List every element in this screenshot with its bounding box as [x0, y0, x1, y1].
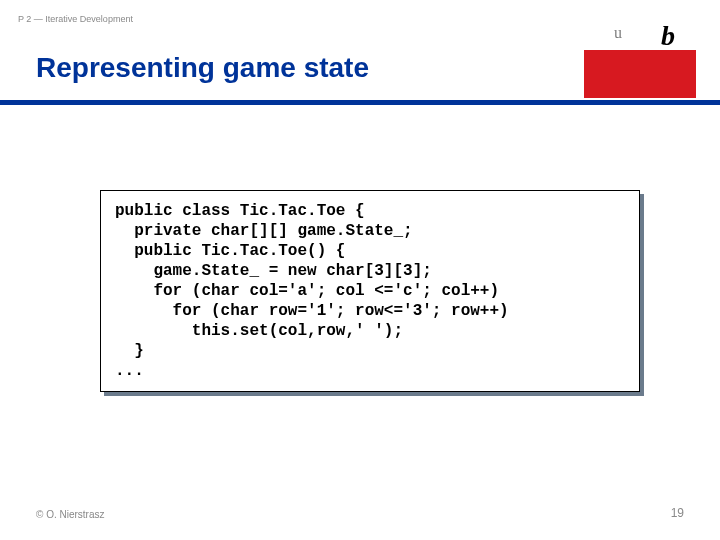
university-logo: u b UNIVERSITÄT BERN [584, 6, 696, 100]
logo-b-box: b [644, 6, 692, 50]
logo-caption-2: BERN [590, 118, 614, 127]
header-band: P 2 — Iterative Development Representing… [0, 0, 720, 106]
logo-letter-b: b [661, 22, 675, 50]
code-box: public class Tic.Tac.Toe { private char[… [100, 190, 640, 392]
footer-page-number: 19 [671, 506, 684, 520]
slide: P 2 — Iterative Development Representing… [0, 0, 720, 540]
logo-letter-u: u [614, 24, 622, 42]
code-box-wrap: public class Tic.Tac.Toe { private char[… [100, 190, 640, 392]
header-rule [0, 100, 720, 105]
breadcrumb: P 2 — Iterative Development [18, 14, 133, 24]
code-content: public class Tic.Tac.Toe { private char[… [115, 201, 625, 381]
logo-caption-1: UNIVERSITÄT [590, 106, 647, 115]
page-title: Representing game state [36, 52, 369, 84]
footer-copyright: © O. Nierstrasz [36, 509, 105, 520]
logo-red-block: UNIVERSITÄT BERN [584, 50, 696, 98]
